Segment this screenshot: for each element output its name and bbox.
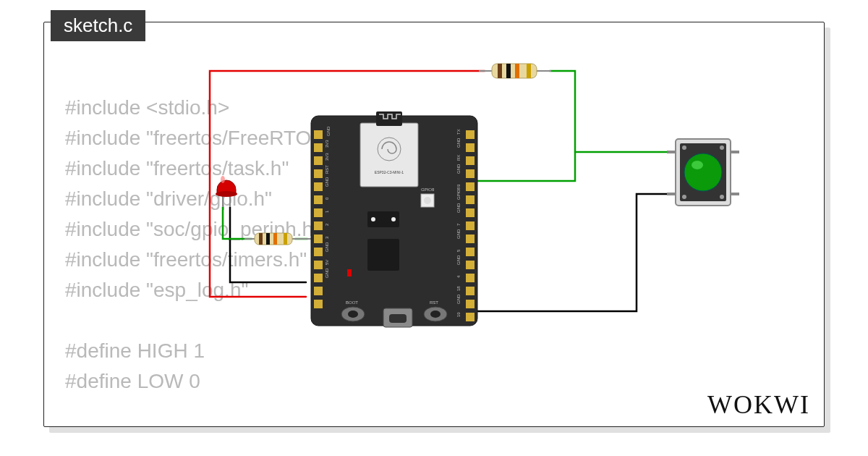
svg-rect-15 xyxy=(314,300,323,308)
svg-point-67 xyxy=(391,217,396,221)
svg-rect-7 xyxy=(314,195,323,204)
svg-point-62 xyxy=(424,197,431,204)
svg-point-105 xyxy=(684,153,722,191)
resistor-pullup[interactable] xyxy=(479,64,551,78)
svg-rect-9 xyxy=(314,221,323,230)
svg-text:3V3: 3V3 xyxy=(325,153,329,161)
svg-rect-29 xyxy=(466,300,475,308)
svg-text:RST: RST xyxy=(325,165,329,174)
svg-text:5V: 5V xyxy=(325,260,329,265)
svg-rect-3 xyxy=(314,143,323,152)
svg-rect-17 xyxy=(466,143,475,152)
svg-point-104 xyxy=(720,195,724,199)
svg-point-103 xyxy=(682,195,686,199)
svg-rect-94 xyxy=(527,64,531,78)
svg-rect-25 xyxy=(466,248,475,256)
svg-rect-27 xyxy=(466,274,475,282)
chip-label: ESP32-C3-MINI-1 xyxy=(375,170,404,174)
svg-rect-22 xyxy=(466,208,475,217)
svg-text:GND: GND xyxy=(456,294,461,304)
svg-point-101 xyxy=(682,145,686,150)
svg-point-79 xyxy=(216,191,237,197)
svg-rect-23 xyxy=(466,221,475,230)
svg-rect-20 xyxy=(466,182,475,191)
svg-rect-10 xyxy=(314,235,323,243)
svg-point-66 xyxy=(371,217,375,221)
svg-text:BOOT: BOOT xyxy=(346,300,358,305)
svg-text:RST: RST xyxy=(430,300,438,305)
wire-resistor-to-pin xyxy=(477,71,575,181)
svg-text:GND: GND xyxy=(456,164,461,174)
svg-rect-70 xyxy=(389,314,407,323)
esp32-board[interactable]: GND 3V3 3V3 RST GND 0 1 2 3 GND 5V GND T… xyxy=(311,111,477,327)
svg-rect-12 xyxy=(314,261,323,269)
svg-rect-87 xyxy=(284,233,287,245)
svg-text:3V3: 3V3 xyxy=(325,140,329,148)
svg-text:GND: GND xyxy=(456,138,461,148)
svg-text:GND: GND xyxy=(325,177,329,187)
svg-rect-21 xyxy=(466,195,475,204)
wire-led-to-resistor xyxy=(223,207,252,239)
resistor-led[interactable] xyxy=(244,233,304,245)
svg-text:GPI08: GPI08 xyxy=(456,187,461,200)
svg-text:18: 18 xyxy=(456,286,461,291)
svg-point-102 xyxy=(720,145,724,150)
svg-rect-85 xyxy=(266,233,270,245)
svg-rect-84 xyxy=(259,233,263,245)
svg-text:TX: TX xyxy=(456,129,461,135)
svg-text:GND: GND xyxy=(456,203,461,213)
circuit-canvas: GND 3V3 3V3 RST GND 0 1 2 3 GND 5V GND T… xyxy=(43,22,825,427)
svg-rect-86 xyxy=(273,233,277,245)
svg-text:RX: RX xyxy=(456,155,461,161)
svg-rect-11 xyxy=(314,248,323,256)
svg-rect-18 xyxy=(466,156,475,165)
svg-rect-8 xyxy=(314,208,323,217)
svg-rect-64 xyxy=(347,269,352,276)
svg-rect-4 xyxy=(314,156,323,165)
svg-point-72 xyxy=(348,311,358,318)
svg-point-80 xyxy=(221,176,225,183)
svg-rect-6 xyxy=(314,182,323,191)
svg-rect-13 xyxy=(314,274,323,282)
wire-button-gnd xyxy=(463,194,667,311)
svg-point-106 xyxy=(692,161,703,169)
svg-rect-28 xyxy=(466,287,475,295)
svg-rect-91 xyxy=(498,64,502,78)
svg-rect-58 xyxy=(360,123,418,187)
brand-logo: WOKWI xyxy=(707,389,810,420)
svg-rect-24 xyxy=(466,235,475,243)
svg-rect-14 xyxy=(314,287,323,295)
svg-rect-26 xyxy=(466,261,475,269)
svg-rect-16 xyxy=(466,130,475,139)
svg-rect-68 xyxy=(367,239,399,271)
svg-text:19: 19 xyxy=(456,312,461,317)
svg-text:GND: GND xyxy=(326,126,331,136)
pushbutton-green[interactable] xyxy=(667,139,739,206)
svg-text:GND: GND xyxy=(325,268,329,278)
led-red[interactable] xyxy=(216,176,237,207)
svg-rect-93 xyxy=(515,64,519,78)
svg-rect-19 xyxy=(466,169,475,178)
svg-text:GND: GND xyxy=(456,229,461,239)
svg-rect-92 xyxy=(506,64,511,78)
svg-point-75 xyxy=(430,311,441,318)
svg-rect-59 xyxy=(376,111,402,126)
svg-rect-2 xyxy=(314,130,323,139)
svg-text:GND: GND xyxy=(325,242,329,252)
svg-text:GPIO8: GPIO8 xyxy=(421,187,435,192)
svg-rect-5 xyxy=(314,169,323,178)
svg-rect-30 xyxy=(466,313,475,321)
svg-text:GND: GND xyxy=(456,255,461,265)
